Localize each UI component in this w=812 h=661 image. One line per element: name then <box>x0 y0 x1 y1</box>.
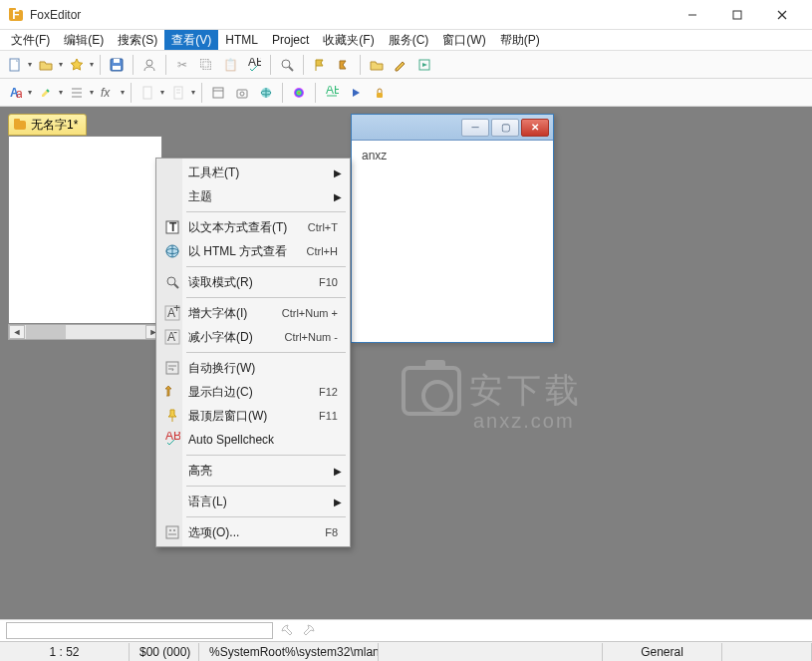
play-icon[interactable] <box>345 82 367 104</box>
app-title: FoxEditor <box>30 8 670 22</box>
doc2-icon[interactable] <box>167 82 189 104</box>
svg-line-14 <box>289 67 293 71</box>
menu-item-label: 工具栏(T) <box>188 165 338 181</box>
submenu-arrow-icon: ▶ <box>334 191 342 202</box>
find-bar <box>0 619 812 641</box>
open-folder-icon[interactable] <box>35 54 57 76</box>
svg-point-54 <box>169 529 171 531</box>
wrap-icon <box>163 359 181 377</box>
submenu-arrow-icon: ▶ <box>334 466 342 477</box>
globe-main-icon[interactable] <box>255 82 277 104</box>
doc-icon[interactable] <box>136 82 158 104</box>
status-mode: General <box>603 643 722 661</box>
flag-icon[interactable] <box>309 54 331 76</box>
copy-icon[interactable]: ⿻ <box>195 54 217 76</box>
pin-icon <box>163 407 181 425</box>
menu-item[interactable]: T以文本方式查看(T)Ctrl+T <box>158 215 348 239</box>
menu-search[interactable]: 搜索(S) <box>111 30 164 50</box>
open-dropdown[interactable]: ▾ <box>57 54 64 76</box>
menu-file[interactable]: 文件(F) <box>4 30 57 50</box>
menu-item-label: 选项(O)... <box>188 524 325 541</box>
document-tab[interactable]: 无名字1* <box>8 114 87 136</box>
menu-help[interactable]: 帮助(P) <box>493 30 547 50</box>
child-maximize-icon[interactable]: ▢ <box>491 119 519 137</box>
menu-html[interactable]: HTML <box>218 30 265 50</box>
menu-item[interactable]: 主题▶ <box>158 184 348 208</box>
highlight-dropdown[interactable]: ▾ <box>57 82 64 104</box>
svg-text:-: - <box>173 329 177 339</box>
scroll-left-icon[interactable]: ◄ <box>9 325 25 339</box>
menu-item[interactable]: 最顶层窗口(W)F11 <box>158 404 348 428</box>
edit-icon[interactable] <box>390 54 411 76</box>
lock-icon[interactable] <box>369 82 391 104</box>
menu-favorites[interactable]: 收藏夹(F) <box>316 30 381 50</box>
svg-rect-9 <box>114 59 120 63</box>
window-icon[interactable] <box>207 82 229 104</box>
menu-item-label: 最顶层窗口(W) <box>188 408 319 425</box>
child-content[interactable]: anxz <box>352 141 553 170</box>
find-input[interactable] <box>6 622 273 639</box>
menu-view[interactable]: 查看(V) <box>164 30 218 50</box>
favorite-icon[interactable] <box>66 54 88 76</box>
diskette-icon[interactable] <box>231 82 253 104</box>
document-body[interactable] <box>8 136 162 324</box>
minimize-button[interactable] <box>670 1 714 29</box>
menu-item[interactable]: A+增大字体(I)Ctrl+Num + <box>158 301 348 325</box>
svg-point-33 <box>294 88 304 98</box>
menu-edit[interactable]: 编辑(E) <box>57 30 111 50</box>
replace-icon[interactable]: AB <box>321 82 343 104</box>
svg-text:F: F <box>12 8 19 22</box>
doc2-dropdown[interactable]: ▾ <box>189 82 196 104</box>
find-next-icon[interactable] <box>279 623 295 639</box>
svg-text:T: T <box>169 220 177 234</box>
submenu-arrow-icon: ▶ <box>334 496 342 507</box>
menu-item[interactable]: ABCAuto Spellcheck <box>158 428 348 452</box>
function-dropdown[interactable]: ▾ <box>119 82 126 104</box>
menu-service[interactable]: 服务(C) <box>382 30 436 50</box>
scroll-thumb[interactable] <box>26 325 66 339</box>
doc-dropdown[interactable]: ▾ <box>158 82 165 104</box>
function-icon[interactable]: fx <box>97 82 119 104</box>
format-dropdown[interactable]: ▾ <box>26 82 33 104</box>
format-icon[interactable]: Aa <box>4 82 26 104</box>
menu-item[interactable]: 语言(L)▶ <box>158 490 348 513</box>
menu-project[interactable]: Project <box>265 30 316 50</box>
watermark: 安下载 anxz.com <box>402 366 583 416</box>
highlight-icon[interactable] <box>35 82 57 104</box>
menu-item[interactable]: A-减小字体(D)Ctrl+Num - <box>158 325 348 349</box>
cut-icon[interactable]: ✂ <box>171 54 193 76</box>
new-file-dropdown[interactable]: ▾ <box>26 54 33 76</box>
run-icon[interactable] <box>413 54 435 76</box>
menu-item[interactable]: 选项(O)...F8 <box>158 520 348 544</box>
status-position: 1 : 52 <box>0 643 130 661</box>
list-dropdown[interactable]: ▾ <box>88 82 95 104</box>
spell-icon: ABC <box>163 431 181 449</box>
maximize-button[interactable] <box>714 1 759 29</box>
menu-item-label: 以 HTML 方式查看 <box>188 243 307 260</box>
user-icon[interactable] <box>138 54 160 76</box>
menu-item-label: 自动换行(W) <box>188 360 338 377</box>
menu-item[interactable]: 高亮▶ <box>158 459 348 483</box>
search-icon[interactable] <box>276 54 298 76</box>
child-titlebar[interactable]: ─ ▢ ✕ <box>352 115 553 141</box>
spellcheck-icon[interactable]: ABC <box>243 54 265 76</box>
favorite-dropdown[interactable]: ▾ <box>88 54 95 76</box>
folder2-icon[interactable] <box>366 54 388 76</box>
menu-item[interactable]: 以 HTML 方式查看Ctrl+H <box>158 239 348 263</box>
menu-item[interactable]: 显示白边(C)F12 <box>158 380 348 404</box>
paste-icon[interactable]: 📋 <box>219 54 241 76</box>
menu-item[interactable]: 读取模式(R)F10 <box>158 270 348 294</box>
menu-item[interactable]: 自动换行(W) <box>158 356 348 380</box>
list-icon[interactable] <box>66 82 88 104</box>
close-button[interactable] <box>759 1 804 29</box>
document-h-scrollbar[interactable]: ◄ ► <box>8 324 162 340</box>
save-icon[interactable] <box>106 54 128 76</box>
new-file-icon[interactable] <box>4 54 26 76</box>
color-wheel-icon[interactable] <box>288 82 310 104</box>
menu-window[interactable]: 窗口(W) <box>435 30 492 50</box>
bookmark-icon[interactable] <box>333 54 355 76</box>
child-minimize-icon[interactable]: ─ <box>461 119 489 137</box>
menu-item[interactable]: 工具栏(T)▶ <box>158 161 348 184</box>
child-close-icon[interactable]: ✕ <box>521 119 549 137</box>
find-prev-icon[interactable] <box>301 623 317 639</box>
